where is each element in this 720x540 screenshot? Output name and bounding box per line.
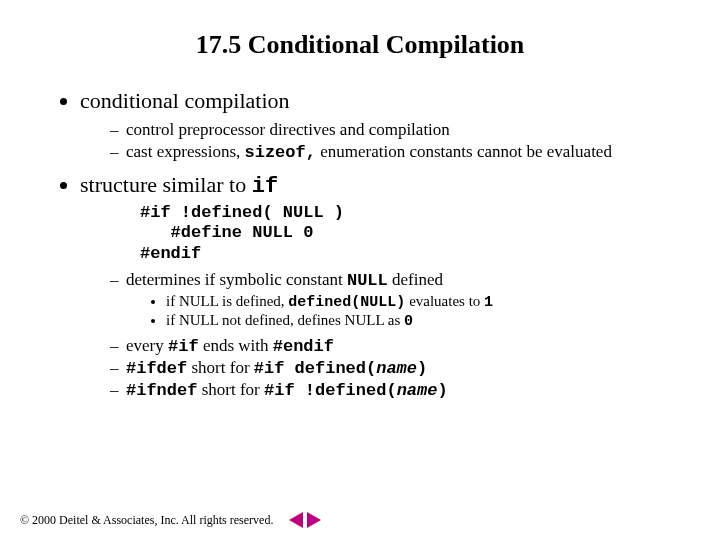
- text: determines if symbolic constant: [126, 270, 347, 289]
- prev-icon[interactable]: [289, 512, 303, 528]
- code-endif: #endif: [273, 337, 334, 356]
- slide-title: 17.5 Conditional Compilation: [40, 30, 680, 60]
- bullet-1-sub-2: cast expressions, sizeof, enumeration co…: [110, 142, 680, 162]
- text: defined: [388, 270, 443, 289]
- code-if: if: [252, 174, 278, 199]
- text: enumeration constants cannot be evaluate…: [316, 142, 612, 161]
- code-defined: defined(NULL): [288, 294, 405, 311]
- code-ifdefined: #if defined(: [254, 359, 376, 378]
- code-zero: 0: [404, 313, 413, 330]
- code-sizeof: sizeof,: [245, 143, 316, 162]
- code-paren: ): [417, 359, 427, 378]
- code-null: NULL: [347, 271, 388, 290]
- code-hashif: #if: [168, 337, 199, 356]
- text: every: [126, 336, 168, 355]
- bullet-2-sub-1: determines if symbolic constant NULL def…: [110, 270, 680, 330]
- text: ends with: [199, 336, 273, 355]
- text: short for: [197, 380, 264, 399]
- code-one: 1: [484, 294, 493, 311]
- text: cast expressions,: [126, 142, 245, 161]
- code-paren: ): [437, 381, 447, 400]
- code-name: name: [376, 359, 417, 378]
- bullet-2-sub-3: #ifdef short for #if defined(name): [110, 358, 680, 378]
- text: short for: [187, 358, 254, 377]
- subsub-2: if NULL not defined, defines NULL as 0: [166, 312, 680, 330]
- code-ifndef: #ifndef: [126, 381, 197, 400]
- next-icon[interactable]: [307, 512, 321, 528]
- bullet-2-text-a: structure similar to: [80, 172, 252, 197]
- text: if NULL not defined, defines NULL as: [166, 312, 404, 328]
- bullet-2-sub-1-sublist: if NULL is defined, defined(NULL) evalua…: [126, 293, 680, 330]
- copyright-text: © 2000 Deitel & Associates, Inc. All rig…: [20, 513, 273, 528]
- footer: © 2000 Deitel & Associates, Inc. All rig…: [20, 512, 321, 528]
- bullet-1-text: conditional compilation: [80, 88, 290, 113]
- nav-buttons: [289, 512, 321, 528]
- subsub-1: if NULL is defined, defined(NULL) evalua…: [166, 293, 680, 311]
- slide: 17.5 Conditional Compilation conditional…: [0, 0, 720, 400]
- bullet-1: conditional compilation control preproce…: [80, 88, 680, 162]
- code-ifdef: #ifdef: [126, 359, 187, 378]
- text: evaluates to: [405, 293, 484, 309]
- bullet-list: conditional compilation control preproce…: [40, 88, 680, 400]
- code-block: #if !defined( NULL ) #define NULL 0 #end…: [140, 203, 680, 264]
- bullet-2-sub-2: every #if ends with #endif: [110, 336, 680, 356]
- text: if NULL is defined,: [166, 293, 288, 309]
- code-name: name: [397, 381, 438, 400]
- bullet-1-sub-1: control preprocessor directives and comp…: [110, 120, 680, 140]
- code-ifnotdefined: #if !defined(: [264, 381, 397, 400]
- bullet-1-sublist: control preprocessor directives and comp…: [80, 120, 680, 162]
- bullet-2-sub-4: #ifndef short for #if !defined(name): [110, 380, 680, 400]
- bullet-2-sublist: determines if symbolic constant NULL def…: [80, 270, 680, 400]
- bullet-2: structure similar to if #if !defined( NU…: [80, 172, 680, 400]
